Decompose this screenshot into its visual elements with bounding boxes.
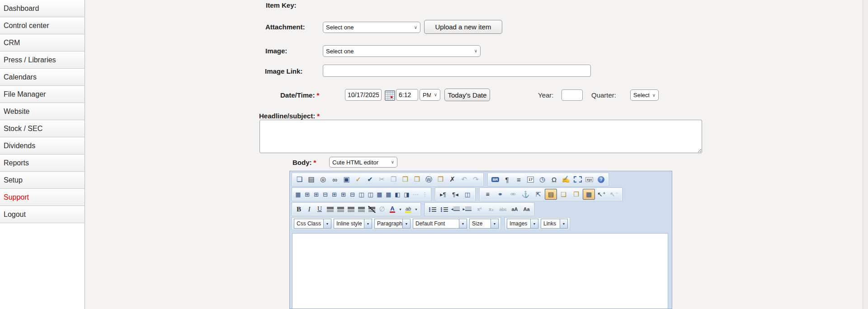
show-gridlines-icon[interactable]: ▦ bbox=[583, 189, 595, 200]
cell-padding-icon[interactable]: ⋯ bbox=[411, 189, 420, 200]
insert-paragraph-icon[interactable]: ¶ bbox=[501, 174, 513, 185]
size-select[interactable]: Size▼ bbox=[469, 219, 499, 229]
body-editor-select[interactable]: Cute HTML editor∨ bbox=[329, 157, 397, 168]
bullet-list-icon[interactable] bbox=[439, 204, 450, 215]
delete-column-icon[interactable]: ⊟ bbox=[348, 189, 357, 200]
sidebar-item-press-libraries[interactable]: Press / Libraries bbox=[0, 52, 85, 69]
italic-icon[interactable]: I bbox=[304, 204, 314, 215]
sidebar-item-control-center[interactable]: Control center bbox=[0, 17, 85, 34]
insert-row-above-icon[interactable]: ⊞ bbox=[303, 189, 311, 200]
indent-icon[interactable] bbox=[462, 204, 473, 215]
font-select[interactable]: Default Font▼ bbox=[413, 219, 467, 229]
cell-spacing-icon[interactable]: ⋮ bbox=[420, 189, 429, 200]
cut-icon[interactable]: ✂ bbox=[376, 174, 387, 185]
images-select[interactable]: Images▼ bbox=[507, 219, 538, 229]
new-document-icon[interactable]: ❏ bbox=[294, 174, 305, 185]
sidebar-item-website[interactable]: Website bbox=[0, 103, 85, 120]
paragraph-select[interactable]: Paragraph▼ bbox=[374, 219, 410, 229]
delete-row-icon[interactable]: ⊟ bbox=[321, 189, 330, 200]
sidebar-item-dividends[interactable]: Dividends bbox=[0, 137, 85, 154]
justify-left-icon[interactable] bbox=[325, 204, 335, 215]
sidebar-item-crm[interactable]: CRM bbox=[0, 34, 85, 52]
paste-from-word-icon[interactable]: Ⓦ bbox=[423, 174, 434, 185]
font-color-menu-icon[interactable]: ▾ bbox=[398, 204, 403, 215]
highlight-menu-icon[interactable]: ▾ bbox=[414, 204, 419, 215]
insert-column-right-icon[interactable]: ⊞ bbox=[339, 189, 348, 200]
anchor-icon[interactable]: ⚓ bbox=[519, 189, 532, 200]
horizontal-rule-icon[interactable]: ≡ bbox=[481, 189, 494, 200]
underline-icon[interactable]: U bbox=[315, 204, 325, 215]
editor-content[interactable] bbox=[292, 233, 668, 309]
sidebar-item-setup[interactable]: Setup bbox=[0, 172, 85, 189]
insert-page-break-icon[interactable]: ≡ bbox=[513, 174, 524, 185]
css-class-select[interactable]: Css Class▼ bbox=[294, 219, 331, 229]
insert-custom-tag-icon[interactable]: xyz bbox=[584, 174, 595, 185]
insert-date-icon[interactable]: 17 bbox=[525, 174, 536, 185]
sidebar-item-support[interactable]: Support bbox=[0, 189, 85, 206]
paste-text-icon[interactable]: ❒ bbox=[411, 174, 423, 185]
insert-time-icon[interactable]: ◷ bbox=[537, 174, 548, 185]
quarter-select[interactable]: Select∨ bbox=[630, 89, 659, 101]
hyperlink-icon[interactable]: ⚭ bbox=[494, 189, 506, 200]
calendar-icon[interactable] bbox=[385, 90, 395, 101]
justify-right-icon[interactable] bbox=[346, 204, 356, 215]
justify-full-icon[interactable] bbox=[356, 204, 366, 215]
sidebar-item-calendars[interactable]: Calendars bbox=[0, 69, 85, 86]
insert-column-left-icon[interactable]: ⊞ bbox=[330, 189, 339, 200]
merge-cell-down-icon[interactable]: ◫ bbox=[366, 189, 375, 200]
table-properties-icon[interactable]: ▦ bbox=[375, 189, 384, 200]
paste-icon[interactable]: ❒ bbox=[400, 174, 411, 185]
numbered-list-icon[interactable] bbox=[427, 204, 438, 215]
year-input[interactable] bbox=[561, 89, 583, 101]
bold-icon[interactable]: B bbox=[294, 204, 304, 215]
delete-icon[interactable]: ✗ bbox=[447, 174, 458, 185]
justify-center-icon[interactable] bbox=[335, 204, 345, 215]
scrollbar-track[interactable] bbox=[863, 0, 868, 309]
remove-formatting-icon[interactable]: ∅ bbox=[377, 204, 387, 215]
insert-row-below-icon[interactable]: ⊞ bbox=[312, 189, 321, 200]
upload-new-item-button[interactable]: Upload a new item bbox=[424, 20, 502, 34]
highlight-icon[interactable]: ab bbox=[403, 204, 413, 215]
font-color-icon[interactable]: A bbox=[387, 204, 397, 215]
print-icon[interactable]: ▤ bbox=[306, 174, 317, 185]
sidebar-item-reports[interactable]: Reports bbox=[0, 154, 85, 172]
attachment-select[interactable]: Select one∨ bbox=[323, 22, 420, 33]
strikethrough-icon[interactable]: abc bbox=[497, 204, 509, 215]
wrap-in-div-icon[interactable]: ▤ bbox=[545, 189, 557, 200]
ampm-select[interactable]: PM∨ bbox=[420, 89, 440, 101]
text-direction-ltr-icon[interactable]: ▸¶ bbox=[437, 189, 449, 200]
split-cell-icon[interactable]: ◨ bbox=[402, 189, 411, 200]
to-uppercase-icon[interactable]: aA bbox=[509, 204, 520, 215]
inline-style-select[interactable]: Inline style▼ bbox=[334, 219, 372, 229]
justify-none-icon[interactable] bbox=[367, 204, 377, 215]
image-select[interactable]: Select one∨ bbox=[323, 45, 481, 57]
text-direction-rtl-icon[interactable]: ¶◂ bbox=[449, 189, 461, 200]
insert-line-break-icon[interactable]: BR bbox=[490, 174, 501, 185]
bring-forward-icon[interactable]: ❒ bbox=[570, 189, 582, 200]
spell-check-as-you-type-icon[interactable]: ✓ bbox=[353, 174, 364, 185]
insert-table-icon[interactable]: ▦ bbox=[294, 189, 302, 200]
sidebar-item-stock-sec[interactable]: Stock / SEC bbox=[0, 120, 85, 137]
copy-icon[interactable]: ❐ bbox=[388, 174, 399, 185]
find-icon[interactable]: ∞ bbox=[329, 174, 340, 185]
print-preview-icon[interactable]: ◎ bbox=[317, 174, 329, 185]
time-input[interactable] bbox=[396, 89, 418, 101]
merge-cells-icon[interactable]: ◧ bbox=[393, 189, 402, 200]
select-all-icon[interactable]: ▣ bbox=[341, 174, 352, 185]
todays-date-button[interactable]: Today's Date bbox=[444, 89, 490, 101]
spell-check-icon[interactable]: ✔ bbox=[364, 174, 376, 185]
help-icon[interactable]: ? bbox=[595, 174, 607, 185]
merge-cell-left-icon[interactable]: ◫ bbox=[357, 189, 366, 200]
sidebar-item-dashboard[interactable]: Dashboard bbox=[0, 0, 85, 17]
headline-textarea[interactable] bbox=[259, 120, 702, 153]
universal-keyboard-icon[interactable]: ✍ bbox=[560, 174, 571, 185]
send-backward-icon[interactable]: ❑ bbox=[557, 189, 570, 200]
subscript-icon[interactable]: x₂ bbox=[486, 204, 497, 215]
show-table-borders-icon[interactable]: ◫ bbox=[462, 189, 473, 200]
undo-icon[interactable]: ↶ bbox=[458, 174, 470, 185]
image-link-input[interactable] bbox=[323, 65, 591, 77]
paste-html-icon[interactable]: ❒ bbox=[435, 174, 446, 185]
outdent-icon[interactable] bbox=[450, 204, 462, 215]
cell-properties-icon[interactable]: ▦ bbox=[384, 189, 393, 200]
add-to-selection-icon[interactable]: ↖⁺ bbox=[595, 189, 608, 200]
